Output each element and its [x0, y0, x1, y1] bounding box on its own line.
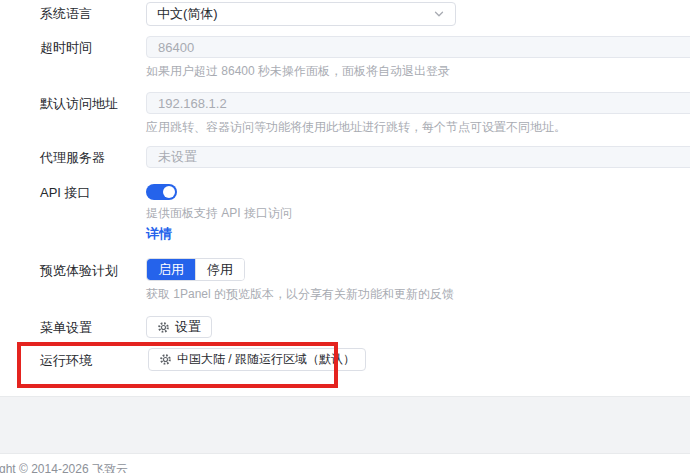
footer-band — [0, 396, 690, 454]
api-toggle[interactable] — [146, 184, 177, 200]
system-language-value: 中文(简体) — [157, 5, 218, 23]
menu-settings-label: 菜单设置 — [40, 321, 92, 335]
settings-panel: 系统语言 中文(简体) 超时时间 如果用户超过 86400 秒未操作面板，面板将… — [0, 0, 690, 473]
proxy-server-input — [146, 146, 690, 168]
default-address-input — [146, 92, 690, 114]
preview-plan-segmented-control: 启用 停用 — [146, 258, 245, 281]
menu-settings-button-label: 设置 — [175, 318, 201, 336]
gear-icon — [159, 353, 172, 366]
timeout-helper: 如果用户超过 86400 秒未操作面板，面板将自动退出登录 — [146, 65, 450, 78]
runtime-env-button-label: 中国大陆 / 跟随运行区域（默认） — [177, 351, 355, 368]
default-address-label: 默认访问地址 — [40, 97, 118, 111]
preview-enable-button[interactable]: 启用 — [147, 259, 195, 280]
proxy-server-label: 代理服务器 — [40, 151, 105, 165]
system-language-label: 系统语言 — [40, 7, 92, 21]
menu-settings-button[interactable]: 设置 — [146, 316, 212, 338]
api-helper: 提供面板支持 API 接口访问 — [146, 207, 292, 220]
timeout-label: 超时时间 — [40, 41, 92, 55]
preview-plan-helper: 获取 1Panel 的预览版本，以分享有关新功能和更新的反馈 — [146, 288, 454, 301]
runtime-env-button[interactable]: 中国大陆 / 跟随运行区域（默认） — [148, 348, 366, 371]
preview-plan-label: 预览体验计划 — [40, 264, 118, 278]
gear-icon — [157, 321, 170, 334]
api-toggle-knob — [163, 186, 175, 198]
timeout-input — [146, 36, 690, 58]
api-details-link[interactable]: 详情 — [146, 227, 172, 240]
preview-disable-button[interactable]: 停用 — [195, 259, 244, 280]
api-label: API 接口 — [40, 186, 91, 200]
chevron-down-icon — [433, 8, 445, 20]
runtime-env-label: 运行环境 — [40, 354, 92, 368]
system-language-select[interactable]: 中文(简体) — [146, 2, 456, 26]
copyright-text: ght © 2014-2026 飞致云 — [0, 461, 128, 473]
default-address-helper: 应用跳转、容器访问等功能将使用此地址进行跳转，每个节点可设置不同地址。 — [146, 121, 566, 134]
